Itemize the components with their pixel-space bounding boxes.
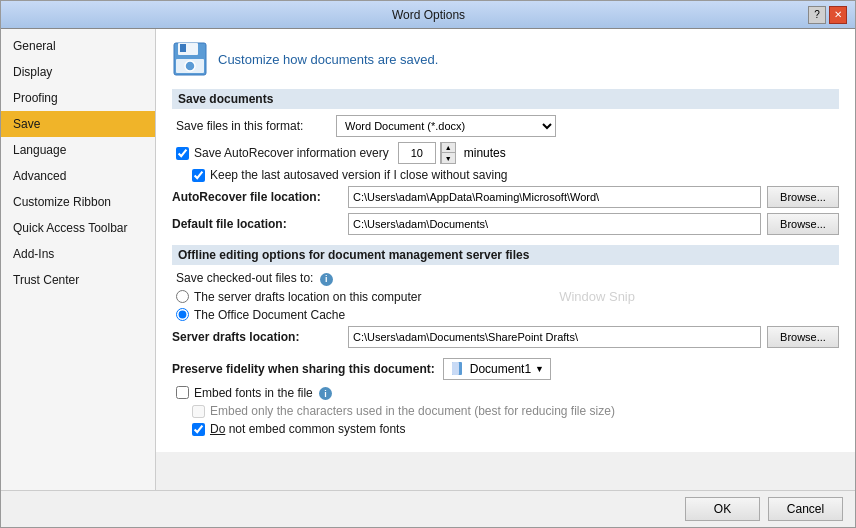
no-embed-underline: Do bbox=[210, 422, 225, 436]
content-area: Customize how documents are saved. Save … bbox=[156, 29, 855, 452]
sidebar-item-display[interactable]: Display bbox=[1, 59, 155, 85]
relative-wrapper: Customize how documents are saved. Save … bbox=[156, 29, 855, 490]
no-embed-common-row: Do not embed common system fonts bbox=[172, 422, 839, 436]
save-icon bbox=[172, 41, 208, 77]
preserve-fidelity-label: Preserve fidelity when sharing this docu… bbox=[172, 362, 435, 376]
no-embed-common-label: Do not embed common system fonts bbox=[210, 422, 405, 436]
info-icon-1[interactable]: i bbox=[320, 273, 333, 286]
default-location-input[interactable] bbox=[348, 213, 761, 235]
title-bar-buttons: ? ✕ bbox=[808, 6, 847, 24]
save-format-row: Save files in this format: Word Document… bbox=[172, 115, 839, 137]
keep-autosaved-checkbox[interactable] bbox=[192, 169, 205, 182]
embed-fonts-label: Embed fonts in the file i bbox=[194, 386, 332, 401]
sidebar-item-language[interactable]: Language bbox=[1, 137, 155, 163]
autorecover-minutes-input[interactable]: 10 bbox=[398, 142, 436, 164]
spinner-up[interactable]: ▲ bbox=[441, 143, 455, 153]
embed-fonts-checkbox[interactable] bbox=[176, 386, 189, 399]
minutes-row: 10 ▲ ▼ minutes bbox=[398, 142, 506, 164]
save-format-select[interactable]: Word Document (*.docx) bbox=[336, 115, 556, 137]
keep-autosaved-label: Keep the last autosaved version if I clo… bbox=[210, 168, 508, 182]
cancel-button[interactable]: Cancel bbox=[768, 497, 843, 521]
document-select[interactable]: Document1 ▼ bbox=[443, 358, 551, 380]
minutes-label: minutes bbox=[464, 146, 506, 160]
default-location-label: Default file location: bbox=[172, 217, 342, 231]
word-options-dialog: Word Options ? ✕ General Display Proofin… bbox=[0, 0, 856, 528]
sidebar-item-save[interactable]: Save bbox=[1, 111, 155, 137]
autorecover-label: Save AutoRecover information every bbox=[194, 146, 389, 160]
dialog-title: Word Options bbox=[49, 8, 808, 22]
doc-dropdown-arrow: ▼ bbox=[535, 364, 544, 374]
sidebar: General Display Proofing Save Language A… bbox=[1, 29, 156, 490]
default-browse-button[interactable]: Browse... bbox=[767, 213, 839, 235]
sidebar-item-advanced[interactable]: Advanced bbox=[1, 163, 155, 189]
offline-section-header: Offline editing options for document man… bbox=[172, 245, 839, 265]
save-format-label: Save files in this format: bbox=[176, 119, 336, 133]
ok-button[interactable]: OK bbox=[685, 497, 760, 521]
autorecover-row: Save AutoRecover information every 10 ▲ … bbox=[172, 142, 839, 164]
save-checked-out-label: Save checked-out files to: i bbox=[176, 271, 336, 286]
document-name: Document1 bbox=[470, 362, 531, 376]
office-cache-radio[interactable] bbox=[176, 308, 189, 321]
server-drafts-location-input[interactable] bbox=[348, 326, 761, 348]
sidebar-item-trust-center[interactable]: Trust Center bbox=[1, 267, 155, 293]
close-button[interactable]: ✕ bbox=[829, 6, 847, 24]
server-drafts-label: The server drafts location on this compu… bbox=[194, 290, 421, 304]
header-text: Customize how documents are saved. bbox=[218, 52, 438, 67]
save-documents-section-header: Save documents bbox=[172, 89, 839, 109]
svg-rect-2 bbox=[180, 44, 186, 52]
embed-chars-label: Embed only the characters used in the do… bbox=[210, 404, 615, 418]
sidebar-item-proofing[interactable]: Proofing bbox=[1, 85, 155, 111]
server-drafts-location-label: Server drafts location: bbox=[172, 330, 342, 344]
autorecover-location-label: AutoRecover file location: bbox=[172, 190, 342, 204]
embed-chars-row: Embed only the characters used in the do… bbox=[172, 404, 839, 418]
save-checked-out-row: Save checked-out files to: i bbox=[172, 271, 839, 286]
spinner-down[interactable]: ▼ bbox=[441, 153, 455, 163]
minutes-spinner: ▲ ▼ bbox=[440, 142, 456, 164]
sidebar-item-customize-ribbon[interactable]: Customize Ribbon bbox=[1, 189, 155, 215]
document-icon bbox=[450, 361, 466, 377]
no-embed-common-checkbox[interactable] bbox=[192, 423, 205, 436]
server-drafts-location-row: Server drafts location: Browse... bbox=[172, 326, 839, 348]
info-icon-2[interactable]: i bbox=[319, 387, 332, 400]
embed-chars-checkbox[interactable] bbox=[192, 405, 205, 418]
dialog-body: General Display Proofing Save Language A… bbox=[1, 29, 855, 490]
sidebar-item-general[interactable]: General bbox=[1, 33, 155, 59]
preserve-fidelity-row: Preserve fidelity when sharing this docu… bbox=[172, 358, 839, 380]
autorecover-checkbox[interactable] bbox=[176, 147, 189, 160]
server-drafts-browse-button[interactable]: Browse... bbox=[767, 326, 839, 348]
content-wrapper: Customize how documents are saved. Save … bbox=[156, 29, 855, 490]
svg-point-4 bbox=[185, 61, 195, 71]
embed-fonts-row: Embed fonts in the file i bbox=[172, 386, 839, 401]
keep-autosaved-row: Keep the last autosaved version if I clo… bbox=[172, 168, 839, 182]
office-cache-label: The Office Document Cache bbox=[194, 308, 345, 322]
title-bar: Word Options ? ✕ bbox=[1, 1, 855, 29]
autorecover-location-input[interactable] bbox=[348, 186, 761, 208]
server-drafts-radio-row: The server drafts location on this compu… bbox=[172, 290, 839, 304]
default-location-row: Default file location: Browse... bbox=[172, 213, 839, 235]
autorecover-browse-button[interactable]: Browse... bbox=[767, 186, 839, 208]
sidebar-item-add-ins[interactable]: Add-Ins bbox=[1, 241, 155, 267]
content-header: Customize how documents are saved. bbox=[172, 41, 839, 77]
sidebar-item-quick-access-toolbar[interactable]: Quick Access Toolbar bbox=[1, 215, 155, 241]
svg-rect-6 bbox=[452, 362, 459, 375]
office-cache-radio-row: The Office Document Cache bbox=[172, 308, 839, 322]
autorecover-location-row: AutoRecover file location: Browse... bbox=[172, 186, 839, 208]
help-button[interactable]: ? bbox=[808, 6, 826, 24]
dialog-footer: OK Cancel bbox=[1, 490, 855, 527]
server-drafts-radio[interactable] bbox=[176, 290, 189, 303]
